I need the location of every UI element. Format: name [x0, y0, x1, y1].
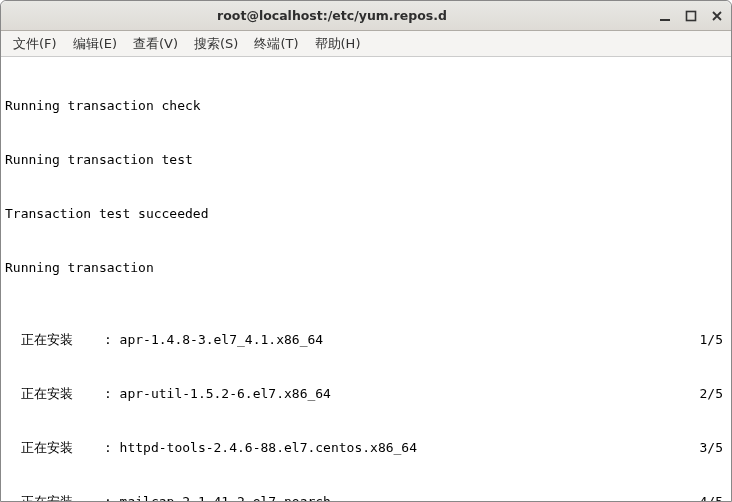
svg-rect-0: [660, 19, 670, 21]
svg-rect-1: [687, 11, 696, 20]
menu-help[interactable]: 帮助(H): [309, 33, 367, 55]
maximize-button[interactable]: [683, 8, 699, 24]
progress-count: 4/5: [700, 493, 727, 502]
menu-search[interactable]: 搜索(S): [188, 33, 244, 55]
progress-label: 正在安装 : mailcap-2.1.41-2.el7.noarch: [5, 493, 331, 502]
progress-count: 3/5: [700, 439, 727, 457]
progress-label: 正在安装 : apr-1.4.8-3.el7_4.1.x86_64: [5, 331, 323, 349]
window-buttons: [657, 8, 725, 24]
menu-file[interactable]: 文件(F): [7, 33, 63, 55]
progress-label: 正在安装 : httpd-tools-2.4.6-88.el7.centos.x…: [5, 439, 417, 457]
progress-row: 正在安装 : apr-util-1.5.2-6.el7.x86_642/5: [5, 385, 727, 403]
menubar: 文件(F) 编辑(E) 查看(V) 搜索(S) 终端(T) 帮助(H): [1, 31, 731, 57]
window-titlebar: root@localhost:/etc/yum.repos.d: [1, 1, 731, 31]
menu-edit[interactable]: 编辑(E): [67, 33, 123, 55]
progress-row: 正在安装 : apr-1.4.8-3.el7_4.1.x86_641/5: [5, 331, 727, 349]
output-line: Running transaction: [5, 259, 727, 277]
terminal-output[interactable]: Running transaction check Running transa…: [1, 57, 731, 502]
progress-label: 正在安装 : apr-util-1.5.2-6.el7.x86_64: [5, 385, 331, 403]
progress-row: 正在安装 : mailcap-2.1.41-2.el7.noarch4/5: [5, 493, 727, 502]
progress-count: 1/5: [700, 331, 727, 349]
progress-row: 正在安装 : httpd-tools-2.4.6-88.el7.centos.x…: [5, 439, 727, 457]
output-line: Transaction test succeeded: [5, 205, 727, 223]
menu-view[interactable]: 查看(V): [127, 33, 184, 55]
output-line: Running transaction test: [5, 151, 727, 169]
minimize-button[interactable]: [657, 8, 673, 24]
progress-count: 2/5: [700, 385, 727, 403]
close-button[interactable]: [709, 8, 725, 24]
menu-terminal[interactable]: 终端(T): [248, 33, 304, 55]
output-line: Running transaction check: [5, 97, 727, 115]
window-title: root@localhost:/etc/yum.repos.d: [7, 8, 657, 23]
